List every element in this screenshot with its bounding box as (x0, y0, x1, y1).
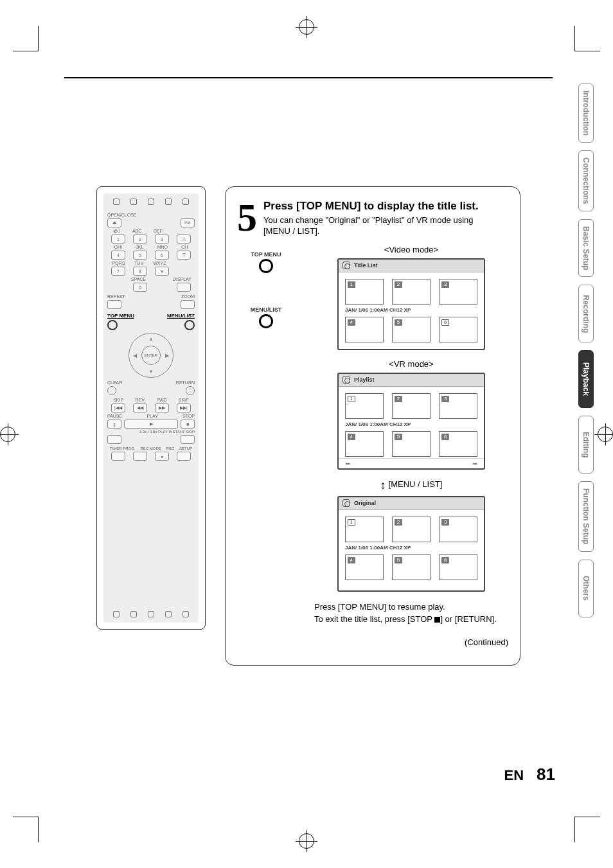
thumb: 6 (439, 431, 477, 457)
pause: || (107, 420, 121, 429)
display-button (177, 283, 191, 292)
osd-original: Original 1 2 3 JAN/ 1/06 1:00AM CH12 XP … (337, 496, 485, 592)
repeat-button (107, 300, 121, 309)
thumb: 4 (345, 554, 384, 580)
skip-fwd: ▶▶| (177, 403, 191, 412)
tab-basic-setup: Basic Setup (578, 219, 594, 278)
footer-lang: EN (504, 767, 524, 784)
registration-mark (0, 427, 15, 442)
digit-6: 6 (155, 251, 169, 260)
footer-page-number: 81 (537, 765, 555, 784)
registration-mark (299, 19, 314, 35)
ch-down: ▽ (177, 251, 191, 260)
osd-playlist: Playlist 1 2 3 JAN/ 1/06 1:00AM CH12 XP … (337, 373, 485, 470)
thumb: 3 (439, 279, 477, 305)
thumb: 1 (345, 279, 384, 305)
rec: ● (155, 452, 169, 461)
open-close-label: OPEN/CLOSE (107, 213, 195, 217)
step-panel: 5 Press [TOP MENU] to display the title … (225, 186, 520, 666)
crop-mark (13, 817, 39, 842)
timer-prog (111, 452, 125, 461)
menu-list-icon (259, 314, 273, 328)
ch-up: △ (177, 235, 191, 244)
clear-button (107, 386, 116, 395)
crop-mark (574, 817, 600, 842)
step-number: 5 (237, 200, 257, 237)
arrow-right-icon: ➡ (472, 460, 477, 467)
thumb-selected: 6 (439, 317, 477, 342)
menu-list-button (184, 320, 195, 330)
post-text-2: To exit the title list, press [STOP ] or… (314, 613, 508, 626)
top-menu-button (107, 320, 118, 330)
setup (177, 452, 191, 461)
vr-mode-label: <VR mode> (314, 359, 508, 369)
osd-caption: JAN/ 1/06 1:00AM CH12 XP (339, 306, 484, 317)
thumb: 3 (439, 393, 477, 419)
digit-1: 1 (111, 235, 125, 244)
osd-title: Title List (354, 262, 378, 269)
disc-icon (342, 376, 350, 384)
instant-left (107, 435, 121, 444)
tab-recording: Recording (578, 285, 594, 342)
osd-caption: JAN/ 1/06 1:00AM CH12 XP (339, 420, 484, 431)
thumb: 5 (392, 317, 431, 342)
eject-button: ⏏ (107, 218, 121, 227)
tab-connections: Connections (578, 150, 594, 211)
step-desc-2: [MENU / LIST]. (263, 226, 479, 237)
top-menu-indicator-label: TOP MENU (244, 251, 289, 258)
updown-arrow-icon: ↕ (380, 479, 386, 492)
digit-3: 3 (155, 235, 169, 244)
thumb: 2 (392, 393, 431, 419)
rec-mode (133, 452, 147, 461)
registration-mark (598, 427, 613, 442)
step-title: Press [TOP MENU] to display the title li… (263, 200, 479, 213)
arrow-left-icon: ⬅ (345, 460, 350, 467)
registration-mark (299, 833, 314, 849)
digit-0: 0 (133, 283, 147, 292)
thumb: 5 (392, 554, 431, 580)
repeat-label: REPEAT (107, 294, 125, 299)
tab-others: Others (578, 560, 594, 617)
digit-7: 7 (111, 267, 125, 276)
zoom-label: ZOOM (181, 294, 195, 299)
digit-8: 8 (133, 267, 147, 276)
enter-button: ENTER (141, 346, 161, 365)
play: ▶ (124, 420, 178, 429)
remote-control-illustration: OPEN/CLOSE ⏏ I/⊘ @./ABCDEF 1 2 3 △ GHIJK… (96, 186, 206, 630)
return-button (186, 386, 195, 395)
instant-right (181, 435, 195, 444)
tab-editing: Editing (578, 416, 594, 474)
fwd: ▶▶ (155, 403, 169, 412)
disc-icon (342, 261, 350, 269)
dpad: ▲ ▼ ◀ ▶ ENTER (129, 333, 173, 378)
menu-list-label: MENU/LIST (167, 313, 195, 319)
thumb: 3 (439, 517, 477, 542)
osd-title-list: Title List 1 2 3 JAN/ 1/06 1:00AM CH12 X… (337, 258, 485, 350)
top-menu-icon (259, 259, 273, 273)
section-tabs: Introduction Connections Basic Setup Rec… (578, 84, 594, 617)
disc-icon (342, 499, 350, 507)
page-rule (64, 77, 553, 78)
thumb: 5 (392, 431, 431, 457)
crop-mark (574, 26, 600, 51)
clear-label: CLEAR (107, 380, 122, 385)
thumb: 2 (392, 517, 431, 542)
thumb: 4 (345, 317, 384, 342)
post-text-1: Press [TOP MENU] to resume play. (314, 601, 508, 614)
thumb: 6 (439, 554, 477, 580)
osd-title: Playlist (354, 376, 375, 383)
power-button: I/⊘ (181, 218, 195, 227)
digit-5: 5 (133, 251, 147, 260)
thumb: 4 (345, 431, 384, 457)
tab-function-setup: Function Setup (578, 481, 594, 551)
skip-back: |◀◀ (111, 403, 125, 412)
step-desc-1: You can change "Original" or "Playlist" … (263, 215, 479, 226)
stop: ■ (181, 420, 195, 429)
thumb: 2 (392, 279, 431, 305)
crop-mark (13, 26, 39, 51)
rev: ◀◀ (133, 403, 147, 412)
osd-title: Original (354, 500, 376, 506)
tab-playback: Playback (578, 350, 594, 408)
return-label: RETURN (176, 380, 195, 385)
thumb-selected: 1 (345, 517, 384, 542)
